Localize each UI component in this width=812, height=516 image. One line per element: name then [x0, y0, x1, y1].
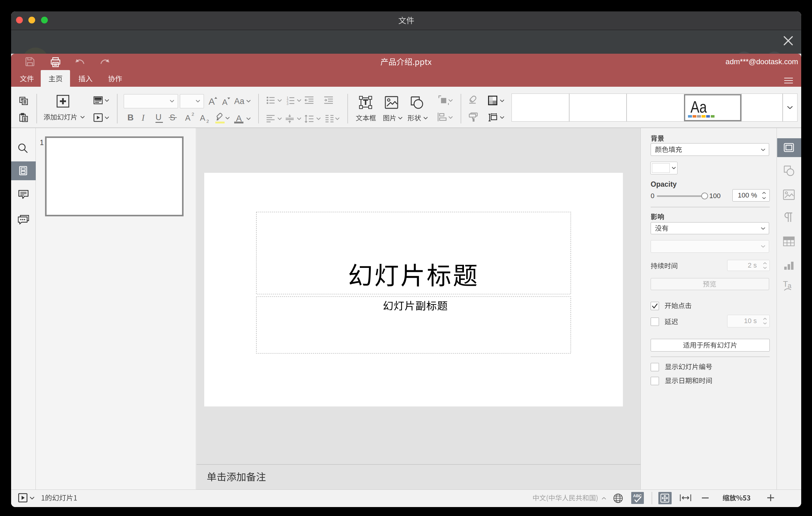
- svg-text:3: 3: [287, 102, 288, 105]
- svg-text:a: a: [788, 282, 792, 289]
- svg-text:T: T: [783, 280, 788, 289]
